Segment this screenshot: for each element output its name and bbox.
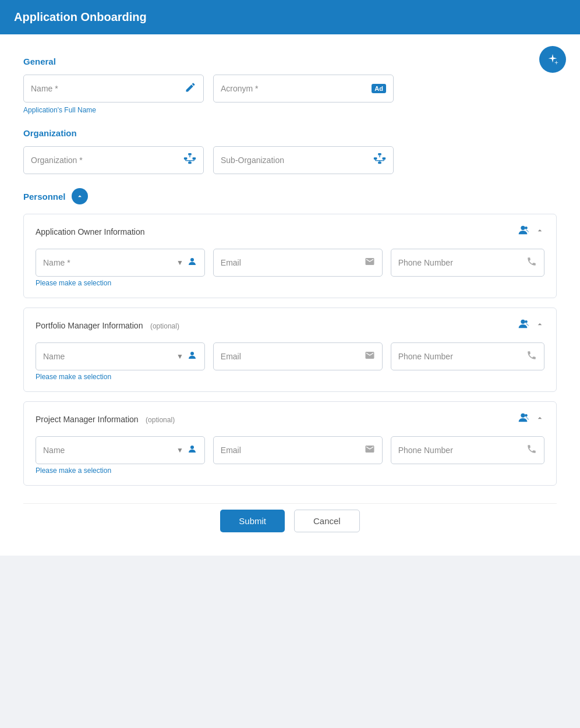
portfolio-manager-phone-placeholder: Phone Number	[398, 352, 526, 361]
portfolio-manager-email-col: Email	[213, 342, 383, 389]
svg-rect-3	[188, 162, 192, 164]
organization-section: Organization Organization *	[23, 128, 557, 174]
project-manager-email-icon	[365, 444, 375, 457]
project-manager-name-icons: ▼	[176, 444, 197, 457]
app-owner-email-icon	[365, 256, 375, 269]
acronym-field-box[interactable]: Acronym * Ad	[213, 75, 394, 103]
svg-point-22	[525, 320, 528, 323]
app-owner-dropdown-icon: ▼	[176, 259, 183, 267]
project-manager-title-group: Project Manager Information (optional)	[36, 414, 175, 425]
personnel-label: Personnel	[23, 192, 66, 202]
svg-rect-10	[374, 157, 377, 160]
app-owner-fields: Name * ▼ Please make a selection	[36, 249, 544, 295]
svg-rect-2	[193, 157, 196, 160]
page-container: Application Onboarding General Name *	[0, 0, 580, 556]
portfolio-manager-title: Portfolio Manager Information	[36, 321, 143, 330]
app-owner-title-group: Application Owner Information	[36, 227, 145, 237]
page-title: Application Onboarding	[14, 10, 147, 23]
name-field-box[interactable]: Name *	[23, 75, 204, 103]
project-manager-name-field[interactable]: Name ▼	[36, 436, 205, 464]
general-label: General	[23, 56, 557, 66]
app-owner-name-field[interactable]: Name * ▼	[36, 249, 205, 277]
portfolio-manager-phone-icon	[526, 350, 537, 363]
project-manager-email-placeholder: Email	[221, 446, 365, 455]
general-fields-row: Name * Acronym * Ad	[23, 75, 557, 103]
portfolio-manager-phone-field[interactable]: Phone Number	[391, 342, 544, 370]
suborg-field-box[interactable]: Sub-Organization	[213, 146, 394, 174]
acronym-badge: Ad	[372, 84, 386, 93]
svg-rect-0	[188, 153, 192, 156]
app-owner-header: Application Owner Information	[36, 224, 544, 239]
project-manager-fields: Name ▼ Please make a selection	[36, 436, 544, 483]
app-owner-card: Application Owner Information	[23, 214, 557, 298]
personnel-collapse-btn[interactable]	[72, 188, 88, 204]
app-owner-name-hint: Please make a selection	[36, 279, 205, 287]
project-manager-optional: (optional)	[146, 416, 175, 424]
org-field-box[interactable]: Organization *	[23, 146, 204, 174]
svg-point-25	[525, 414, 528, 417]
portfolio-manager-phone-col: Phone Number	[391, 342, 544, 389]
name-field-label: Name *	[31, 84, 180, 93]
magic-button[interactable]	[539, 46, 566, 73]
svg-point-24	[521, 414, 525, 418]
portfolio-manager-collapse-btn[interactable]	[535, 320, 544, 331]
personnel-header: Personnel	[23, 188, 557, 204]
portfolio-manager-name-icons: ▼	[176, 350, 197, 363]
org-field-label: Organization *	[31, 156, 179, 165]
svg-point-26	[190, 446, 194, 449]
portfolio-manager-dropdown-icon: ▼	[176, 352, 183, 361]
app-owner-collapse-btn[interactable]	[535, 226, 544, 238]
project-manager-actions	[517, 411, 544, 427]
portfolio-manager-card: Portfolio Manager Information (optional)	[23, 308, 557, 392]
name-hint: Application's Full Name	[23, 106, 557, 114]
project-manager-phone-icon	[526, 444, 537, 457]
app-owner-phone-col: Phone Number	[391, 249, 544, 295]
app-owner-email-placeholder: Email	[221, 258, 365, 267]
app-owner-person-icon	[517, 224, 529, 239]
project-manager-header: Project Manager Information (optional)	[36, 411, 544, 427]
cancel-button[interactable]: Cancel	[294, 510, 360, 532]
project-manager-title: Project Manager Information	[36, 415, 139, 424]
project-manager-phone-col: Phone Number	[391, 436, 544, 483]
project-manager-phone-field[interactable]: Phone Number	[391, 436, 544, 464]
project-manager-phone-placeholder: Phone Number	[398, 446, 526, 455]
svg-point-18	[521, 226, 525, 230]
portfolio-manager-email-placeholder: Email	[221, 352, 365, 361]
personnel-section: Personnel Application Owner Information	[23, 188, 557, 486]
project-manager-collapse-btn[interactable]	[535, 414, 544, 425]
app-owner-email-col: Email	[213, 249, 383, 295]
general-section: General Name * Acronym * Ad Application'…	[23, 56, 557, 114]
app-owner-email-field[interactable]: Email	[213, 249, 383, 277]
project-manager-email-col: Email	[213, 436, 383, 483]
project-manager-name-col: Name ▼ Please make a selection	[36, 436, 205, 483]
project-manager-person-small-icon	[187, 444, 197, 457]
portfolio-manager-email-field[interactable]: Email	[213, 342, 383, 370]
suborg-icon	[373, 153, 386, 168]
portfolio-manager-person-icon	[517, 317, 529, 333]
portfolio-manager-person-small-icon	[187, 350, 197, 363]
organization-label: Organization	[23, 128, 557, 138]
portfolio-manager-optional: (optional)	[150, 322, 179, 330]
acronym-field-label: Acronym *	[221, 84, 372, 93]
project-manager-name-hint: Please make a selection	[36, 467, 205, 475]
project-manager-card: Project Manager Information (optional)	[23, 401, 557, 486]
portfolio-manager-title-group: Portfolio Manager Information (optional)	[36, 320, 179, 331]
portfolio-manager-header: Portfolio Manager Information (optional)	[36, 317, 544, 333]
project-manager-email-field[interactable]: Email	[213, 436, 383, 464]
app-owner-phone-field[interactable]: Phone Number	[391, 249, 544, 277]
portfolio-manager-name-field[interactable]: Name ▼	[36, 342, 205, 370]
main-content: General Name * Acronym * Ad Application'…	[0, 34, 580, 556]
svg-rect-12	[378, 162, 381, 164]
app-owner-actions	[517, 224, 544, 239]
submit-button[interactable]: Submit	[220, 510, 285, 532]
svg-point-20	[190, 258, 194, 261]
portfolio-manager-actions	[517, 317, 544, 333]
name-edit-icon	[185, 82, 196, 96]
svg-point-21	[521, 320, 525, 324]
svg-rect-9	[378, 153, 381, 156]
form-footer: Submit Cancel	[23, 503, 557, 532]
project-manager-dropdown-icon: ▼	[176, 446, 183, 454]
svg-rect-1	[184, 157, 188, 160]
app-owner-person-small-icon	[187, 256, 197, 269]
app-owner-name-label: Name *	[43, 258, 176, 267]
